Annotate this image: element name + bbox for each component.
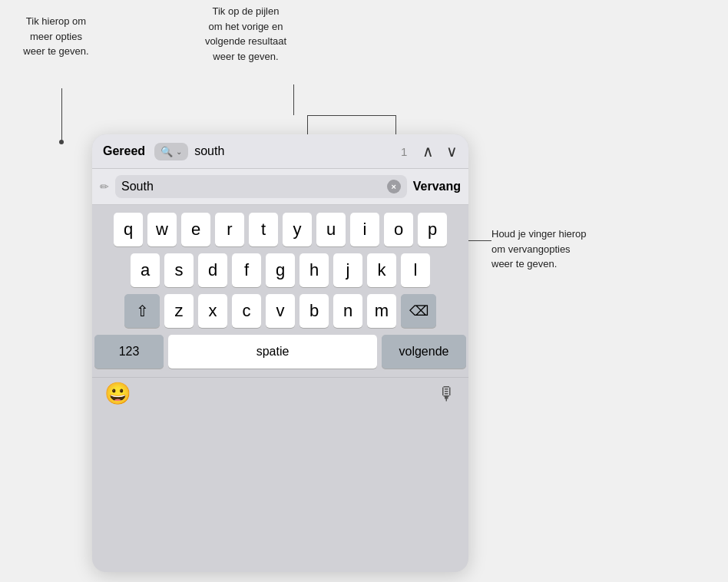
- shift-key[interactable]: ⇧: [124, 294, 160, 328]
- key-y[interactable]: y: [283, 213, 312, 246]
- clear-button[interactable]: ×: [387, 180, 401, 193]
- backspace-key[interactable]: ⌫: [401, 294, 436, 328]
- key-w[interactable]: w: [147, 213, 177, 246]
- key-v[interactable]: v: [266, 294, 295, 328]
- next-key[interactable]: volgende: [382, 335, 466, 369]
- annotation-dot-left: [59, 140, 64, 144]
- key-j[interactable]: j: [333, 253, 362, 287]
- pencil-icon: ✏: [100, 180, 109, 193]
- annotation-line-left: [61, 88, 62, 141]
- bottom-bar: 😀 🎙: [92, 377, 468, 414]
- replace-label[interactable]: Vervang: [413, 180, 461, 193]
- annotation-top-left: Tik hierop om meer opties weer te geven.: [22, 14, 91, 59]
- numbers-key[interactable]: 123: [94, 335, 164, 369]
- key-c[interactable]: c: [232, 294, 261, 328]
- key-x[interactable]: x: [198, 294, 227, 328]
- key-t[interactable]: t: [249, 213, 278, 246]
- search-toolbar: Gereed 🔍 ⌄ 1 ∧ ∨: [92, 134, 468, 169]
- keyboard-row-3: ⇧ z x c v b n m ⌫: [94, 294, 466, 328]
- emoji-button[interactable]: 😀: [104, 381, 131, 406]
- key-l[interactable]: l: [401, 253, 430, 287]
- space-key[interactable]: spatie: [168, 335, 377, 369]
- key-s[interactable]: s: [164, 253, 194, 287]
- next-result-button[interactable]: ∨: [443, 141, 461, 162]
- key-p[interactable]: p: [418, 213, 447, 246]
- search-icon-pill[interactable]: 🔍 ⌄: [154, 143, 188, 160]
- key-b[interactable]: b: [299, 294, 329, 328]
- search-icon: 🔍: [160, 146, 173, 157]
- key-g[interactable]: g: [266, 253, 295, 287]
- key-q[interactable]: q: [114, 213, 143, 246]
- keyboard-row-4: 123 spatie volgende: [94, 335, 466, 369]
- annotation-top-center: Tik op de pijlenom het vorige envolgende…: [184, 4, 307, 64]
- key-u[interactable]: u: [316, 213, 346, 246]
- key-z[interactable]: z: [164, 294, 194, 328]
- result-count: 1: [401, 145, 413, 158]
- keyboard: q w e r t y u i o p a s d f g h j k: [92, 205, 468, 377]
- mic-button[interactable]: 🎙: [438, 383, 456, 405]
- key-d[interactable]: d: [198, 253, 227, 287]
- key-i[interactable]: i: [350, 213, 379, 246]
- key-r[interactable]: r: [215, 213, 244, 246]
- search-input[interactable]: [194, 144, 395, 158]
- prev-result-button[interactable]: ∧: [419, 141, 437, 162]
- annotation-bracket-h: [307, 115, 395, 116]
- key-f[interactable]: f: [232, 253, 261, 287]
- key-a[interactable]: a: [131, 253, 160, 287]
- replace-input-text: South: [121, 180, 154, 193]
- key-e[interactable]: e: [181, 213, 210, 246]
- key-m[interactable]: m: [367, 294, 396, 328]
- chevron-down-icon: ⌄: [176, 147, 182, 156]
- keyboard-row-2: a s d f g h j k l: [94, 253, 466, 287]
- key-k[interactable]: k: [367, 253, 396, 287]
- keyboard-row-1: q w e r t y u i o p: [94, 213, 466, 246]
- done-button[interactable]: Gereed: [100, 143, 148, 160]
- replace-bar: ✏ South × Vervang: [92, 169, 468, 205]
- replace-input-wrapper[interactable]: South ×: [115, 175, 407, 198]
- phone-frame: Gereed 🔍 ⌄ 1 ∧ ∨ ✏ South × Vervang q: [92, 134, 468, 572]
- key-o[interactable]: o: [384, 213, 413, 246]
- annotation-right: Houd je vinger hieropom vervangoptieswee…: [491, 227, 618, 272]
- key-h[interactable]: h: [299, 253, 329, 287]
- key-n[interactable]: n: [333, 294, 362, 328]
- annotation-line-center: [293, 84, 294, 115]
